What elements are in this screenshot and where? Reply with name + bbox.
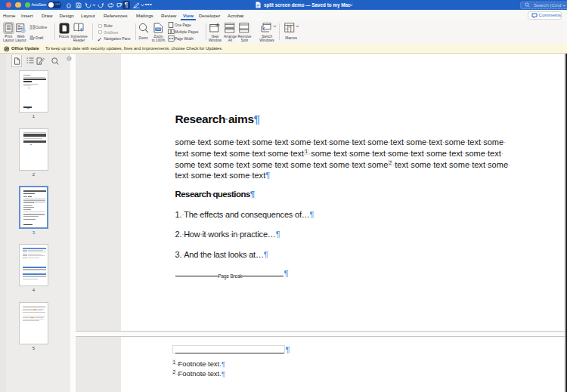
svg-text:100: 100 (156, 28, 160, 31)
